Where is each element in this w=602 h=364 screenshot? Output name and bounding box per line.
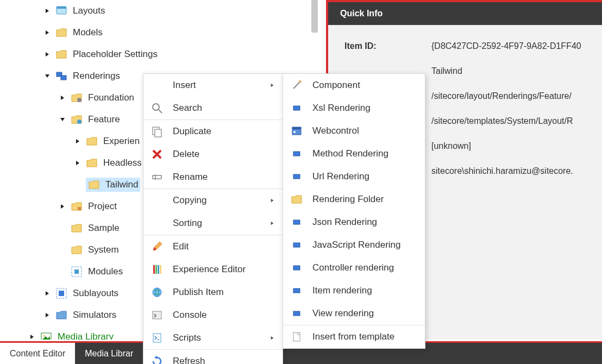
expand-arrow-icon[interactable] [43, 311, 51, 319]
expand-arrow-icon[interactable] [28, 333, 36, 340]
rendering-icon [291, 307, 303, 319]
tree-label: Foundation [88, 92, 134, 103]
template-path-value: /sitecore/templates/System/Layout/R [431, 116, 573, 126]
wand-icon [291, 79, 303, 91]
menu-sorting[interactable]: Sorting [143, 212, 283, 235]
menu-duplicate[interactable]: Duplicate [143, 120, 283, 143]
tree-label: Feature [88, 114, 120, 125]
rendering-icon [291, 285, 303, 297]
folder-icon [71, 244, 83, 256]
menu-insert[interactable]: Insert [143, 74, 283, 97]
item-name-value: Tailwind [431, 66, 462, 76]
folder-icon [71, 222, 83, 234]
tree-item-layouts[interactable]: Layouts [0, 0, 318, 22]
tree-label: Headless [103, 158, 142, 168]
submenu-arrow-icon [269, 198, 275, 203]
tree-item-placeholder-settings[interactable]: Placeholder Settings [0, 43, 318, 65]
svg-point-13 [153, 104, 159, 110]
svg-rect-29 [292, 127, 301, 129]
expand-arrow-icon[interactable] [74, 159, 81, 167]
tree-label: Models [73, 27, 103, 38]
menu-edit[interactable]: Edit [143, 235, 283, 258]
expand-arrow-icon[interactable] [43, 51, 51, 58]
blank-icon [151, 194, 163, 206]
menu-copying[interactable]: Copying [143, 189, 283, 212]
svg-rect-10 [59, 291, 64, 296]
svg-point-12 [43, 335, 45, 337]
tab-media-library[interactable]: Media Librar [75, 343, 143, 364]
submenu-javascript-rendering[interactable]: JavaScript Rendering [283, 234, 425, 256]
menu-experience-editor[interactable]: Experience Editor [143, 258, 283, 281]
folder-gear-icon [71, 92, 83, 104]
expand-arrow-icon[interactable] [43, 290, 51, 297]
submenu-item-rendering[interactable]: Item rendering [283, 279, 425, 302]
rendering-icon [291, 262, 303, 274]
blank-icon [151, 217, 163, 229]
collapse-arrow-icon[interactable] [43, 72, 51, 80]
image-icon [40, 331, 52, 340]
created-from-value: [unknown] [431, 141, 471, 151]
submenu-url-rendering[interactable]: Url Rendering [283, 165, 425, 188]
info-row-item-id: Item ID: {D8C427CD-2592-4F97-9A82-D1FF40 [344, 41, 586, 51]
svg-rect-33 [293, 220, 300, 224]
rendering-icon [291, 216, 303, 228]
menu-rename[interactable]: Rename [143, 166, 283, 189]
svg-rect-17 [153, 175, 161, 179]
submenu-webcontrol[interactable]: Webcontrol [283, 120, 425, 142]
folder-icon [86, 135, 98, 147]
submenu-controller-rendering[interactable]: Controller rendering [283, 256, 425, 279]
folder-icon [55, 48, 67, 60]
submenu-insert-from-template[interactable]: Insert from template [283, 325, 425, 348]
tree-label: Experien [103, 136, 140, 147]
tree-label: Tailwind [105, 179, 138, 190]
folder-icon [86, 157, 98, 169]
svg-rect-35 [293, 266, 300, 270]
submenu-component[interactable]: Component [283, 74, 425, 97]
submenu-method-rendering[interactable]: Method Rendering [283, 142, 425, 165]
collapse-arrow-icon[interactable] [59, 116, 66, 123]
svg-rect-36 [293, 288, 300, 293]
submenu-json-rendering[interactable]: Json Rendering [283, 211, 425, 234]
tree-label: Renderings [73, 71, 120, 81]
tree-label: Simulators [73, 310, 116, 321]
submenu-arrow-icon [269, 83, 275, 87]
menu-search[interactable]: Search [143, 97, 283, 120]
svg-rect-16 [155, 129, 161, 137]
scrollbar[interactable] [311, 0, 318, 33]
submenu-xsl-rendering[interactable]: Xsl Rendering [283, 97, 425, 120]
tab-content-editor[interactable]: Content Editor [0, 343, 75, 364]
svg-rect-8 [74, 269, 79, 274]
layout-icon [55, 5, 67, 17]
submenu-rendering-folder[interactable]: Rendering Folder [283, 188, 425, 211]
svg-rect-6 [78, 207, 81, 210]
rendering-icon [291, 102, 303, 114]
expand-arrow-icon[interactable] [43, 29, 51, 36]
menu-scripts[interactable]: Scripts [143, 327, 283, 349]
svg-rect-1 [57, 7, 66, 9]
renderings-icon [55, 70, 67, 82]
svg-point-23 [153, 288, 161, 297]
tree-label: Sublayouts [73, 288, 118, 299]
modules-icon [71, 266, 83, 278]
context-menu: Insert Search Duplicate Delete Rename Co… [143, 73, 283, 364]
expand-arrow-icon[interactable] [59, 203, 66, 210]
expand-arrow-icon[interactable] [59, 94, 66, 102]
tree-item-models[interactable]: Models [0, 22, 318, 43]
svg-rect-38 [293, 332, 300, 341]
submenu-view-rendering[interactable]: View rendering [283, 302, 425, 325]
svg-rect-22 [160, 265, 161, 274]
menu-refresh[interactable]: Refresh [143, 350, 283, 364]
svg-rect-25 [153, 311, 161, 319]
menu-console[interactable]: Console [143, 304, 283, 327]
submenu-arrow-icon [269, 336, 275, 340]
folder-icon [291, 193, 303, 205]
tree-label: Placeholder Settings [73, 49, 158, 60]
expand-arrow-icon[interactable] [74, 137, 81, 145]
refresh-icon [151, 355, 163, 364]
expand-arrow-icon[interactable] [43, 7, 51, 15]
rendering-icon [291, 171, 303, 183]
menu-publish-item[interactable]: Publish Item [143, 281, 283, 304]
menu-delete[interactable]: Delete [143, 143, 283, 166]
svg-rect-32 [293, 174, 300, 179]
item-id-value: {D8C427CD-2592-4F97-9A82-D1FF40 [431, 41, 581, 51]
